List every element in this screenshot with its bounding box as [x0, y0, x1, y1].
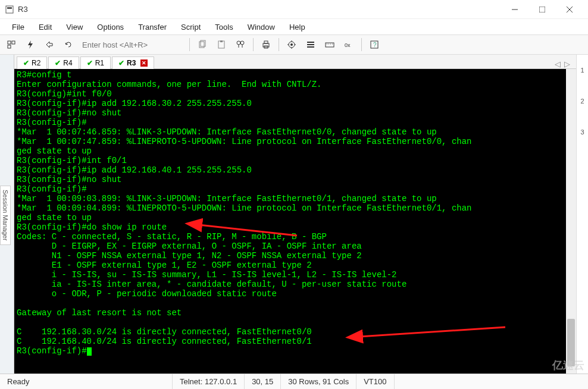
tab-label: R4 — [63, 59, 72, 67]
svg-rect-26 — [307, 42, 314, 43]
svg-rect-7 — [12, 41, 15, 44]
sidebar: Session Manager — [0, 55, 14, 374]
copy-icon[interactable] — [195, 37, 210, 52]
connect-sftp-icon[interactable] — [42, 37, 57, 52]
menu-window[interactable]: Window — [242, 21, 281, 33]
svg-rect-12 — [220, 40, 223, 42]
right-strip: 1 2 3 — [576, 55, 588, 374]
tab-prev-icon[interactable]: ◁ — [555, 59, 561, 68]
tab-label: R3 — [127, 59, 136, 67]
svg-point-13 — [237, 41, 240, 45]
host-input[interactable] — [80, 38, 184, 51]
menu-help[interactable]: Help — [283, 21, 311, 33]
close-button[interactable] — [556, 0, 583, 19]
toolbar-separator — [189, 38, 190, 51]
menu-transfer[interactable]: Transfer — [132, 21, 173, 33]
toolbar-separator — [253, 38, 254, 51]
title-bar: R3 — [0, 0, 588, 19]
check-icon: ✔ — [55, 59, 61, 67]
svg-point-21 — [290, 43, 293, 46]
svg-text:?: ? — [373, 42, 377, 48]
paste-icon[interactable] — [214, 37, 229, 52]
svg-rect-8 — [8, 45, 11, 48]
options-icon[interactable] — [303, 37, 318, 52]
marker-3: 3 — [580, 128, 584, 136]
keyboard-icon[interactable] — [322, 37, 337, 52]
tab-label: R2 — [32, 59, 40, 67]
tab-bar: ✔R2 ✔R4 ✔R1 ✔R3✕ ◁ ▷ — [14, 55, 576, 69]
status-bar: Ready Telnet: 127.0.0.1 30, 15 30 Rows, … — [0, 374, 588, 389]
status-ready: Ready — [0, 374, 173, 389]
check-icon: ✔ — [87, 59, 93, 67]
toolbar-separator — [279, 38, 279, 51]
properties-icon[interactable] — [284, 37, 299, 52]
watermark: 亿速云 — [552, 358, 584, 372]
menu-file[interactable]: File — [6, 21, 30, 33]
status-term-size: 30 Rows, 91 Cols — [281, 374, 356, 389]
status-connection: Telnet: 127.0.0.1 — [173, 374, 245, 389]
status-cursor-pos: 30, 15 — [245, 374, 281, 389]
session-manager-icon[interactable] — [4, 37, 19, 52]
svg-rect-27 — [307, 44, 314, 45]
tab-r4[interactable]: ✔R4 — [48, 57, 79, 69]
toolbar-separator — [361, 38, 362, 51]
app-icon — [5, 5, 14, 14]
check-icon: ✔ — [118, 59, 124, 67]
marker-1: 1 — [580, 67, 584, 74]
svg-rect-6 — [8, 41, 11, 44]
tab-r1[interactable]: ✔R1 — [80, 57, 111, 69]
tab-r3[interactable]: ✔R3✕ — [112, 57, 154, 69]
hex-icon[interactable]: 0x — [341, 37, 356, 52]
menu-script[interactable]: Script — [175, 21, 207, 33]
svg-rect-29 — [326, 43, 334, 47]
svg-rect-18 — [264, 41, 268, 43]
maximize-button[interactable] — [528, 0, 556, 19]
toolbar: 0x ? — [0, 34, 588, 55]
tab-r2[interactable]: ✔R2 — [17, 57, 47, 69]
close-tab-icon[interactable]: ✕ — [140, 59, 148, 67]
help-icon[interactable]: ? — [367, 37, 382, 52]
marker-2: 2 — [580, 98, 584, 105]
find-icon[interactable] — [233, 37, 248, 52]
menu-tools[interactable]: Tools — [209, 21, 239, 33]
svg-rect-1 — [7, 7, 12, 9]
menu-edit[interactable]: Edit — [33, 21, 58, 33]
svg-rect-28 — [307, 46, 314, 48]
print-icon[interactable] — [258, 37, 274, 52]
minimize-button[interactable] — [501, 0, 528, 19]
main-layout: Session Manager ✔R2 ✔R4 ✔R1 ✔R3✕ ◁ ▷ R3#… — [0, 55, 588, 374]
tab-next-icon[interactable]: ▷ — [564, 59, 570, 68]
quick-connect-icon[interactable] — [23, 37, 38, 52]
tab-label: R1 — [95, 59, 104, 67]
check-icon: ✔ — [23, 59, 29, 67]
sidebar-tab-session-manager[interactable]: Session Manager — [0, 186, 11, 245]
svg-rect-3 — [539, 7, 545, 12]
main-panel: ✔R2 ✔R4 ✔R1 ✔R3✕ ◁ ▷ R3#config t Enter c… — [14, 55, 576, 374]
tab-nav-arrows: ◁ ▷ — [555, 59, 574, 68]
terminal-scrollbar[interactable] — [566, 69, 576, 374]
svg-rect-0 — [6, 6, 13, 13]
window-title: R3 — [18, 5, 28, 14]
reconnect-icon[interactable] — [61, 37, 76, 52]
status-emulation: VT100 — [356, 374, 394, 389]
svg-text:0x: 0x — [345, 42, 351, 48]
menu-view[interactable]: View — [60, 21, 89, 33]
terminal-output[interactable]: R3#config t Enter configuration commands… — [14, 69, 576, 374]
menu-bar: File Edit View Options Transfer Script T… — [0, 19, 588, 34]
svg-point-14 — [240, 41, 244, 45]
menu-options[interactable]: Options — [91, 21, 130, 33]
